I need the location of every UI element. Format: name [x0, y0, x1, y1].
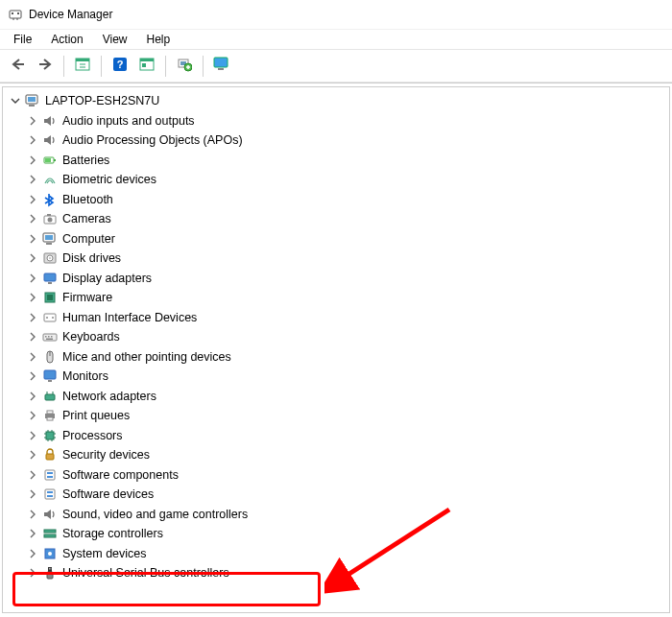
- tree-category-label: Print queues: [60, 409, 130, 422]
- tree-root[interactable]: LAPTOP-ESH2SN7U: [5, 91, 667, 111]
- tree-category[interactable]: Keyboards: [5, 327, 667, 347]
- mouse-icon: [41, 349, 59, 365]
- computer-icon: [41, 231, 59, 247]
- tree-category[interactable]: System devices: [5, 544, 667, 564]
- network-icon: [41, 389, 59, 404]
- expander-icon[interactable]: [26, 409, 39, 422]
- svg-point-40: [52, 317, 54, 319]
- expander-icon[interactable]: [26, 508, 39, 521]
- expander-icon[interactable]: [26, 291, 39, 304]
- forward-button[interactable]: [33, 54, 58, 79]
- svg-point-39: [46, 317, 48, 319]
- expander-icon[interactable]: [26, 566, 39, 580]
- tree-category[interactable]: Mice and other pointing devices: [5, 347, 667, 368]
- tree-category[interactable]: Cameras: [5, 209, 667, 229]
- action-button[interactable]: [134, 54, 159, 79]
- app-icon: [8, 7, 23, 22]
- svg-rect-18: [218, 68, 224, 70]
- svg-point-75: [48, 552, 52, 556]
- tree-category[interactable]: Disk drives: [5, 249, 667, 269]
- tree-category-label: Biometric devices: [60, 173, 156, 186]
- expander-icon[interactable]: [26, 369, 39, 383]
- expander-icon[interactable]: [26, 133, 39, 147]
- disk-icon: [41, 250, 59, 266]
- audio-icon: [41, 113, 59, 129]
- expander-icon[interactable]: [26, 311, 39, 324]
- svg-rect-72: [44, 530, 56, 533]
- expander-icon[interactable]: [26, 193, 39, 206]
- help-icon: ?: [112, 57, 128, 75]
- expander-icon[interactable]: [26, 390, 39, 403]
- svg-rect-54: [47, 411, 53, 414]
- svg-rect-77: [47, 572, 53, 579]
- tree-category[interactable]: Security devices: [5, 445, 667, 465]
- svg-rect-78: [49, 568, 50, 570]
- expander-icon[interactable]: [26, 350, 39, 364]
- svg-rect-12: [140, 59, 154, 61]
- menu-action[interactable]: Action: [43, 31, 90, 48]
- svg-rect-29: [45, 235, 53, 240]
- tree-category-label: Security devices: [60, 448, 150, 462]
- toolbar-separator: [101, 56, 102, 77]
- expander-icon[interactable]: [26, 429, 39, 442]
- expander-icon[interactable]: [26, 487, 39, 501]
- monitor-icon: [41, 368, 59, 384]
- svg-rect-43: [48, 336, 50, 338]
- devices-printers-button[interactable]: [209, 54, 234, 79]
- tree-category[interactable]: Software components: [5, 465, 667, 486]
- tree-category[interactable]: Software devices: [5, 485, 667, 505]
- tree-category[interactable]: Display adapters: [5, 269, 667, 289]
- tree-category[interactable]: Human Interface Devices: [5, 308, 667, 328]
- svg-rect-44: [51, 336, 53, 338]
- tree-category[interactable]: Computer: [5, 229, 667, 249]
- tree-category[interactable]: Batteries: [5, 151, 667, 171]
- expander-icon[interactable]: [26, 212, 39, 225]
- expander-icon[interactable]: [9, 94, 22, 107]
- tree-category[interactable]: Monitors: [5, 367, 667, 387]
- titlebar: Device Manager: [0, 0, 672, 29]
- expander-icon[interactable]: [26, 448, 39, 462]
- menu-view[interactable]: View: [95, 31, 135, 48]
- expander-icon[interactable]: [26, 154, 39, 167]
- svg-rect-0: [10, 11, 21, 18]
- tree-category-label: Sound, video and game controllers: [60, 508, 248, 521]
- usb-icon: [41, 565, 59, 581]
- expander-icon[interactable]: [26, 330, 39, 344]
- tree-category[interactable]: Sound, video and game controllers: [5, 505, 667, 525]
- svg-rect-68: [47, 476, 53, 478]
- menu-help[interactable]: Help: [139, 31, 179, 48]
- display-icon: [41, 271, 59, 286]
- tree-category[interactable]: Bluetooth: [5, 190, 667, 210]
- tree-category[interactable]: Network adapters: [5, 387, 667, 407]
- tree-category-label: Audio Processing Objects (APOs): [60, 133, 243, 147]
- svg-rect-24: [45, 158, 51, 162]
- expander-icon[interactable]: [26, 114, 39, 128]
- show-hide-tree-button[interactable]: [70, 54, 95, 79]
- back-button[interactable]: [6, 54, 31, 79]
- expander-icon[interactable]: [26, 527, 39, 540]
- scan-hardware-button[interactable]: [172, 54, 197, 79]
- expander-icon[interactable]: [26, 272, 39, 285]
- tree-category[interactable]: Universal Serial Bus controllers: [5, 563, 667, 583]
- svg-rect-23: [54, 159, 56, 161]
- tree-category[interactable]: Processors: [5, 426, 667, 446]
- tree-category-label: Bluetooth: [60, 193, 113, 206]
- svg-rect-30: [46, 243, 52, 245]
- expander-icon[interactable]: [26, 173, 39, 186]
- tree-category[interactable]: Biometric devices: [5, 170, 667, 190]
- tree-category-label: Processors: [60, 429, 123, 442]
- tree-category[interactable]: Audio inputs and outputs: [5, 111, 667, 131]
- tree-category[interactable]: Firmware: [5, 288, 667, 308]
- help-button[interactable]: ?: [108, 54, 132, 79]
- expander-icon[interactable]: [26, 547, 39, 560]
- tree-category[interactable]: Storage controllers: [5, 524, 667, 544]
- device-tree[interactable]: LAPTOP-ESH2SN7U Audio inputs and outputs…: [2, 86, 670, 613]
- expander-icon[interactable]: [26, 251, 39, 265]
- tree-category[interactable]: Print queues: [5, 406, 667, 426]
- svg-rect-35: [48, 282, 52, 284]
- tree-category-label: Network adapters: [60, 390, 156, 403]
- expander-icon[interactable]: [26, 468, 39, 482]
- expander-icon[interactable]: [26, 232, 39, 246]
- tree-category[interactable]: Audio Processing Objects (APOs): [5, 131, 667, 151]
- menu-file[interactable]: File: [6, 31, 39, 48]
